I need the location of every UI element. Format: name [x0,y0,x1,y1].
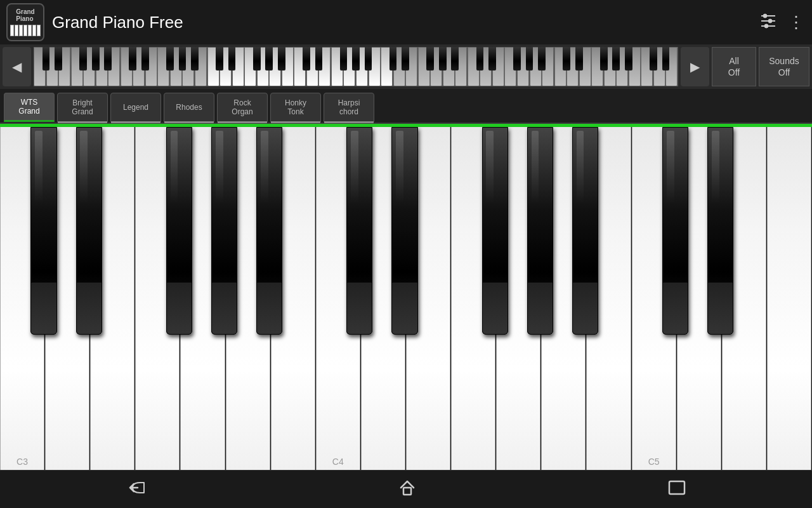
mini-black-key[interactable] [43,47,50,70]
more-options-icon[interactable]: ⋮ [788,13,806,32]
black-key-F#4[interactable] [482,127,508,335]
mini-black-key[interactable] [340,47,348,70]
mini-black-key[interactable] [426,47,434,70]
octave-label: C3 [16,457,28,467]
mini-black-key[interactable] [600,47,608,70]
mini-black-key[interactable] [662,47,670,70]
instrument-tab-honky-tonk[interactable]: HonkyTonk [270,93,321,122]
mini-black-key[interactable] [612,47,620,70]
mini-black-key[interactable] [191,47,199,70]
mini-black-key[interactable] [166,47,174,70]
mini-black-key[interactable] [216,47,223,70]
mini-black-key[interactable] [390,47,397,70]
top-right-controls: ⋮ [759,11,806,34]
black-key-D#4[interactable] [391,127,417,335]
svg-rect-6 [403,488,411,495]
mini-black-key[interactable] [129,47,136,70]
instrument-tab-rock-organ[interactable]: RockOrgan [217,93,268,122]
mini-black-key[interactable] [352,47,360,70]
mini-black-key[interactable] [563,47,570,70]
instrument-tab-bright-grand[interactable]: BrightGrand [57,93,108,122]
mini-keyboard[interactable] [34,47,678,86]
mini-black-key[interactable] [55,47,62,70]
sounds-off-button[interactable]: Sounds Off [759,47,809,86]
mini-black-key[interactable] [439,47,447,70]
mini-black-key[interactable] [141,47,149,70]
mini-black-key[interactable] [278,47,285,70]
black-key-G#4[interactable] [527,127,553,335]
mini-keyboard-section: ◀ ▶ All Off Sounds Off [0,44,812,89]
mini-black-key[interactable] [92,47,100,70]
app-logo[interactable]: GrandPiano [6,3,44,41]
logo-keys [10,25,41,36]
home-button[interactable] [397,478,417,498]
recent-apps-button[interactable] [667,479,687,497]
svg-point-5 [764,24,768,28]
bottom-nav [0,470,812,505]
svg-point-4 [768,19,772,23]
mixer-icon[interactable] [759,11,778,34]
mini-black-key[interactable] [315,47,323,70]
octave-label: C4 [332,457,344,467]
mini-black-key[interactable] [451,47,459,70]
mini-black-key[interactable] [625,47,632,70]
mini-black-key[interactable] [265,47,273,70]
instrument-tab-legend[interactable]: Legend [110,93,161,122]
keyboard-area: C3C4C5 [0,124,812,470]
mini-black-key[interactable] [402,47,409,70]
mini-black-key[interactable] [650,47,657,70]
svg-point-3 [763,14,767,18]
scroll-left-arrow[interactable]: ◀ [3,47,31,86]
mini-black-key[interactable] [575,47,583,70]
black-key-D#3[interactable] [76,127,102,335]
mini-black-key[interactable] [79,47,87,70]
green-line [0,124,812,127]
piano-keys[interactable]: C3C4C5 [0,124,812,470]
mini-black-key[interactable] [513,47,521,70]
mini-black-key[interactable] [179,47,187,70]
black-key-C#3[interactable] [30,127,56,335]
mini-black-key[interactable] [104,47,112,70]
mini-black-key[interactable] [303,47,310,70]
logo-text: GrandPiano [16,8,34,22]
mini-black-key[interactable] [476,47,484,70]
instrument-tab-rhodes[interactable]: Rhodes [164,93,214,122]
scroll-right-arrow[interactable]: ▶ [681,47,709,86]
all-off-button[interactable]: All Off [712,47,756,86]
black-key-D#5[interactable] [707,127,733,335]
mini-black-key[interactable] [538,47,546,70]
black-key-F#3[interactable] [166,127,192,335]
mini-black-key[interactable] [228,47,236,70]
black-key-C#5[interactable] [662,127,688,335]
instrument-tab-harpsichord[interactable]: Harpsichord [324,93,374,122]
top-bar: GrandPiano Grand Piano Free ⋮ [0,0,812,44]
mini-black-key[interactable] [253,47,261,70]
black-key-A#3[interactable] [256,127,282,335]
svg-rect-7 [669,481,684,494]
instrument-tab-wts-grand[interactable]: WTSGrand [4,93,55,122]
black-key-G#3[interactable] [211,127,237,335]
octave-label: C5 [648,457,660,467]
mini-black-key[interactable] [526,47,534,70]
white-key-F5[interactable] [767,127,811,470]
black-key-C#4[interactable] [346,127,372,335]
back-button[interactable] [125,479,148,497]
mini-black-key[interactable] [365,47,372,70]
black-key-A#4[interactable] [572,127,598,335]
app-title: Grand Piano Free [52,13,759,32]
mini-black-key[interactable] [488,47,496,70]
instrument-tabs: WTSGrandBrightGrandLegendRhodesRockOrgan… [0,89,812,124]
